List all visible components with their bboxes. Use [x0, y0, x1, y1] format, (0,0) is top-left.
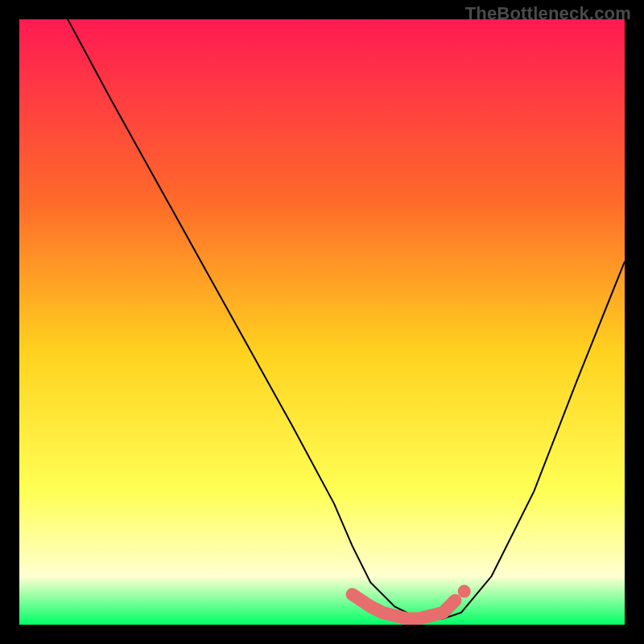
gradient-background — [19, 19, 625, 625]
chart-svg — [19, 19, 625, 625]
chart-frame: TheBottleneck.com — [0, 0, 644, 644]
marker-isolated — [458, 585, 471, 598]
plot-area — [19, 19, 625, 625]
watermark-text: TheBottleneck.com — [465, 3, 631, 24]
